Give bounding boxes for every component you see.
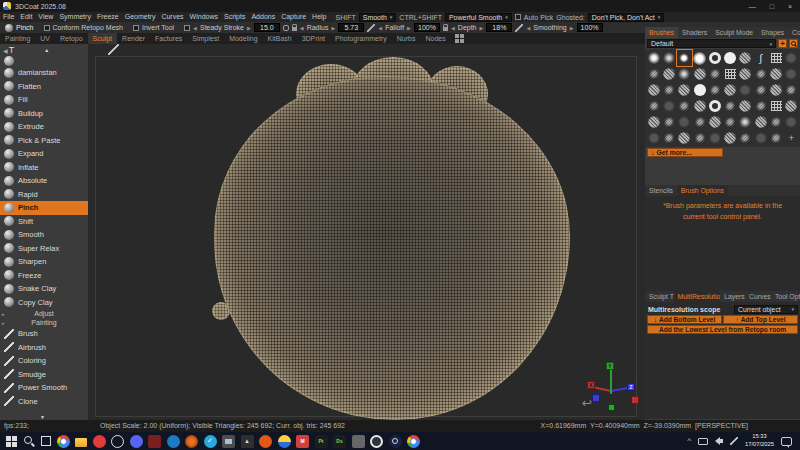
tab-brushes[interactable]: Brushes <box>645 27 678 38</box>
brush-thumb[interactable] <box>784 66 799 82</box>
tool-pick-paste[interactable]: Pick & Paste <box>0 134 88 148</box>
brush-thumb[interactable] <box>677 66 692 82</box>
room-tab-factures[interactable]: Factures <box>150 33 187 44</box>
falloff-value[interactable]: 100% <box>414 23 440 32</box>
brush-thumb[interactable] <box>707 50 722 66</box>
close-button[interactable]: × <box>788 3 792 10</box>
spinner-right-icon[interactable]: ▶ <box>480 25 484 31</box>
brush-thumb[interactable] <box>784 114 799 130</box>
tool-extrude[interactable]: Extrude <box>0 120 88 134</box>
tray-volume-icon[interactable] <box>715 437 723 445</box>
tab-color-palette[interactable]: Color Pal <box>788 27 800 38</box>
brush-thumb[interactable] <box>753 114 768 130</box>
yellow-blue-app-icon[interactable] <box>278 435 291 448</box>
room-tab-render[interactable]: Render <box>117 33 150 44</box>
brush-thumb[interactable] <box>646 82 661 98</box>
tool-fill[interactable]: Fill <box>0 93 88 107</box>
lock-icon[interactable] <box>443 27 448 31</box>
task-view-icon[interactable] <box>41 436 51 446</box>
hand-icon[interactable] <box>283 25 289 31</box>
brush-thumb[interactable] <box>722 130 737 146</box>
tool-snake-clay[interactable]: Snake Clay <box>0 282 88 296</box>
menu-item[interactable]: File <box>0 12 17 22</box>
brush-thumb[interactable] <box>677 98 692 114</box>
menu-item[interactable]: Geometry <box>122 12 159 22</box>
brush-thumb[interactable] <box>692 130 707 146</box>
tool-coloring[interactable]: Coloring <box>0 354 88 368</box>
taskbar-clock[interactable]: 15:33 17/07/2025 <box>745 433 774 448</box>
sculpt-mesh-sphere[interactable] <box>214 76 570 420</box>
brush-thumb[interactable] <box>738 66 753 82</box>
minimize-button[interactable]: — <box>749 3 756 10</box>
steady-stroke-checkbox[interactable] <box>184 25 190 31</box>
tool-sharpen[interactable]: Sharpen <box>0 255 88 269</box>
room-tab-modeling[interactable]: Modeling <box>224 33 262 44</box>
tool-flatten[interactable]: Flatten <box>0 80 88 94</box>
menu-item[interactable]: View <box>35 12 56 22</box>
brush-thumb[interactable] <box>646 130 661 146</box>
room-tab-kitbash[interactable]: KitBash <box>263 33 297 44</box>
add-bottom-level-button[interactable]: ↓ Add Bottom Level <box>647 315 722 324</box>
spinner-right-icon[interactable]: ▶ <box>570 25 574 31</box>
brush-thumb[interactable] <box>677 114 692 130</box>
badge-app-icon[interactable] <box>111 435 124 448</box>
menu-item[interactable]: Capture <box>278 12 309 22</box>
brush-thumb[interactable] <box>677 130 692 146</box>
menu-item[interactable]: Edit <box>17 12 35 22</box>
tab-shapes[interactable]: Shapes <box>757 27 788 38</box>
brush-thumb[interactable] <box>646 66 661 82</box>
menu-item[interactable]: Symmetry <box>56 12 94 22</box>
brush-thumb[interactable] <box>661 98 676 114</box>
brush-thumb[interactable] <box>707 130 722 146</box>
brush-thumb[interactable] <box>784 50 799 66</box>
z-axis-handle[interactable]: Z <box>627 383 635 391</box>
brush-thumb[interactable] <box>768 130 783 146</box>
tool-pinch[interactable]: Pinch <box>0 201 88 215</box>
orange-dark-app-icon[interactable] <box>185 435 198 448</box>
camera-back-arrow-icon[interactable]: ↩ <box>582 396 592 410</box>
add-lowest-level-button[interactable]: Add the Lowest Level from Retopo room <box>647 325 798 334</box>
tool-buildup[interactable]: Buildup <box>0 107 88 121</box>
room-tab-painting[interactable]: Painting <box>0 33 35 44</box>
brush-thumb[interactable] <box>738 114 753 130</box>
tool-brush[interactable]: Brush <box>0 327 88 341</box>
room-tab-sculpt[interactable]: Sculpt <box>88 33 117 44</box>
menu-item[interactable]: Freeze <box>94 12 122 22</box>
brush-thumb[interactable] <box>722 114 737 130</box>
room-tab-3dprint[interactable]: 3DPrint <box>297 33 330 44</box>
substance-painter-icon[interactable]: Pt <box>315 435 328 448</box>
tool-partial[interactable] <box>0 56 88 66</box>
blue-app-icon[interactable] <box>167 435 180 448</box>
menu-item[interactable]: Addons <box>248 12 278 22</box>
brush-thumb[interactable] <box>738 130 753 146</box>
tool-smooth[interactable]: Smooth <box>0 228 88 242</box>
brush-thumb[interactable] <box>661 50 676 66</box>
brush-thumb[interactable] <box>692 114 707 130</box>
tool-power-smooth[interactable]: Power Smooth <box>0 381 88 395</box>
brush-thumb[interactable] <box>753 50 768 66</box>
brush-thumb[interactable] <box>661 130 676 146</box>
radius-value[interactable]: 5.73 <box>338 23 364 32</box>
3d-viewport[interactable]: Y X Z ↩ <box>88 44 645 420</box>
brush-thumb[interactable] <box>692 82 707 98</box>
neg-x-axis-handle[interactable] <box>631 396 639 404</box>
brush-thumb[interactable] <box>646 98 661 114</box>
brush-thumb[interactable] <box>768 66 783 82</box>
tab-sculpt-mode[interactable]: Sculpt Mode <box>711 27 757 38</box>
brush-thumb[interactable] <box>753 130 768 146</box>
tab-tool-options[interactable]: Tool Opt <box>771 291 800 302</box>
tool-rapid[interactable]: Rapid <box>0 188 88 202</box>
search-brush-button[interactable] <box>789 39 798 48</box>
tool-freeze[interactable]: Freeze <box>0 269 88 283</box>
pen-pressure-icon[interactable] <box>367 24 375 32</box>
ghosted-dropdown[interactable]: Don't Pick, Don't Act ▾ <box>588 13 665 22</box>
brush-thumb[interactable] <box>692 50 707 66</box>
brush-thumb[interactable] <box>722 82 737 98</box>
get-more-button[interactable]: ↓ Get more... <box>647 148 723 157</box>
brush-thumb[interactable] <box>646 50 661 66</box>
tab-multiresolution[interactable]: MultiResolution <box>674 291 721 302</box>
tray-display-icon[interactable] <box>698 438 708 445</box>
tool-expand[interactable]: Expand <box>0 147 88 161</box>
invert-tool-checkbox[interactable] <box>133 25 139 31</box>
room-tab-retopo[interactable]: Retopo <box>55 33 88 44</box>
